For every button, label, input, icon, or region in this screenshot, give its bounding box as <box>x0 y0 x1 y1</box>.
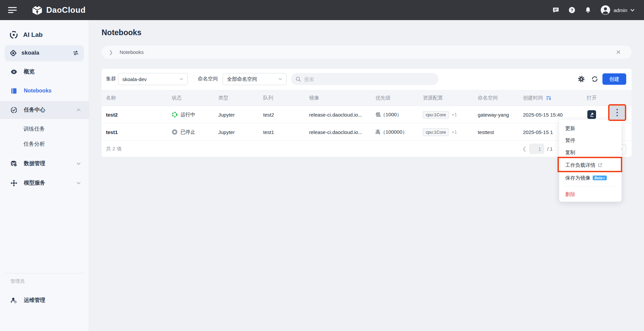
menu-item-workload-detail[interactable]: 工作负载详情 <box>559 158 622 172</box>
sidebar-item-label: 运维管理 <box>24 297 45 304</box>
cluster-select[interactable]: skoala-dev <box>118 73 188 85</box>
open-notebook-button[interactable] <box>587 110 596 119</box>
cell-type: Jupyter <box>218 106 235 123</box>
sidebar-item-label: 数据管理 <box>24 160 45 167</box>
cell-queue: test1 <box>263 123 274 141</box>
notifications-bell-icon[interactable] <box>584 6 592 14</box>
resource-more[interactable]: +1 <box>452 129 457 135</box>
cluster-value: skoala-dev <box>122 76 147 82</box>
col-queue: 队列 <box>263 90 273 106</box>
sort-descending-icon[interactable] <box>546 95 551 101</box>
refresh-icon[interactable] <box>591 75 598 83</box>
user-menu[interactable]: admin <box>600 5 635 15</box>
chevron-down-icon <box>278 78 282 80</box>
cell-resources: cpu:1Core +1 <box>423 106 457 123</box>
menu-item-copy[interactable]: 复制 <box>559 146 622 158</box>
sparkle-icon <box>603 177 605 179</box>
search-icon <box>296 76 301 82</box>
resource-tag[interactable]: cpu:1Core <box>423 128 449 136</box>
sidebar-item-overview[interactable]: 概览 <box>0 64 89 79</box>
switch-workspace-icon[interactable] <box>72 50 79 56</box>
workspace-name: skoala <box>21 50 68 56</box>
status-stopped-icon <box>172 129 178 135</box>
namespace-label: 命名空间 <box>198 76 218 82</box>
breadcrumb: ❯ Notebooks ✕ <box>102 46 632 59</box>
cell-resources: cpu:1Core +1 <box>423 123 457 141</box>
cell-priority: 高（100000） <box>375 123 407 141</box>
menu-item-update[interactable]: 更新 <box>559 122 622 134</box>
chevron-up-icon <box>76 109 81 112</box>
col-type: 类型 <box>218 90 228 106</box>
product-name: AI Lab <box>23 31 43 39</box>
sidebar-item-task-analysis[interactable]: 任务分析 <box>0 137 89 151</box>
cell-status: 已停止 <box>172 123 195 141</box>
breadcrumb-chevron-icon: ❯ <box>109 50 113 55</box>
feedback-icon[interactable] <box>552 6 560 14</box>
search-input[interactable] <box>304 76 434 82</box>
sidebar: AI Lab skoala 概览 Notebooks <box>0 20 89 331</box>
col-created: 创建时间 <box>523 90 551 106</box>
menu-item-pause[interactable]: 暂停 <box>559 134 622 146</box>
col-priority: 优先级 <box>375 90 391 106</box>
sidebar-subitem-label: 训练任务 <box>23 126 45 133</box>
sidebar-item-notebooks[interactable]: Notebooks <box>0 83 89 98</box>
settings-gear-icon[interactable] <box>578 75 585 83</box>
external-open-icon <box>589 112 594 117</box>
resource-tag[interactable]: cpu:1Core <box>423 111 449 119</box>
product-header: AI Lab <box>0 28 89 42</box>
create-button[interactable]: 创建 <box>602 73 626 85</box>
filter-bar: 集群 skoala-dev 命名空间 全部命名空间 <box>102 73 632 85</box>
search-box <box>291 73 438 85</box>
pagination-page-input[interactable] <box>529 144 544 154</box>
username: admin <box>613 7 627 13</box>
eye-icon <box>10 68 17 75</box>
col-status: 状态 <box>172 90 182 106</box>
cell-priority: 低（1000） <box>375 106 402 123</box>
workspace-switcher[interactable]: skoala <box>5 45 84 61</box>
cell-created: 2025-05-15 15:40 <box>523 106 563 123</box>
table-row[interactable]: test2 运行中 Jupyter test2 release-ci.daocl… <box>102 106 632 123</box>
help-icon[interactable]: ? <box>568 6 576 14</box>
menu-item-delete[interactable]: 删除 <box>559 188 622 200</box>
cell-queue: test2 <box>263 106 274 123</box>
cell-image: release-ci.daocloud.io... <box>309 123 362 141</box>
avatar <box>600 5 610 15</box>
row-context-menu: 更新 暂停 复制 工作负载详情 保存为镜像 Beta <box>559 120 622 202</box>
notebook-icon <box>10 87 17 94</box>
menu-item-save-as-image[interactable]: 保存为镜像 Beta <box>559 172 622 184</box>
col-namespace: 命名空间 <box>478 90 498 106</box>
table-row[interactable]: test1 已停止 Jupyter test1 release-ci.daocl… <box>102 123 632 141</box>
sidebar-item-model-services[interactable]: 模型服务 <box>0 176 89 190</box>
workspace-gem-icon <box>10 50 17 57</box>
sidebar-item-label: 模型服务 <box>24 180 45 187</box>
pagination-prev-icon[interactable]: ❮ <box>522 146 527 152</box>
sidebar-item-label: 概览 <box>24 68 35 75</box>
page-title: Notebooks <box>102 28 141 37</box>
sidebar-item-label: Notebooks <box>24 88 52 94</box>
brand-name: DaoCloud <box>46 5 85 15</box>
breadcrumb-item[interactable]: Notebooks <box>120 49 144 55</box>
external-link-icon <box>598 163 602 168</box>
pagination-total: / 1 <box>547 146 553 152</box>
sidebar-item-ops-management[interactable]: 运维管理 <box>0 293 89 308</box>
breadcrumb-close-icon[interactable]: ✕ <box>616 49 624 56</box>
user-chevron-down-icon <box>630 9 635 12</box>
main-content: Notebooks ❯ Notebooks ✕ 集群 skoala-dev 命名… <box>89 20 644 331</box>
sidebar-item-label: 任务中心 <box>24 107 45 114</box>
sidebar-item-task-center[interactable]: 任务中心 <box>0 101 89 119</box>
sidebar-subitem-label: 任务分析 <box>23 141 45 148</box>
sidebar-item-data-management[interactable]: 数据管理 <box>0 156 89 171</box>
cell-status: 运行中 <box>172 106 195 123</box>
row-actions-kebab-button[interactable] <box>617 109 618 116</box>
namespace-select[interactable]: 全部命名空间 <box>223 73 287 85</box>
hamburger-menu-icon[interactable] <box>8 7 17 13</box>
database-gear-icon <box>10 160 17 167</box>
resource-more[interactable]: +1 <box>452 112 457 117</box>
cell-image: release-ci.daocloud.io... <box>309 106 362 123</box>
task-center-icon <box>10 107 17 114</box>
col-name: 名称 <box>106 90 116 106</box>
col-image: 镜像 <box>309 90 319 106</box>
cell-namespace: gateway-yang <box>478 106 509 123</box>
sidebar-item-training-tasks[interactable]: 训练任务 <box>0 122 89 136</box>
svg-text:?: ? <box>571 8 573 13</box>
